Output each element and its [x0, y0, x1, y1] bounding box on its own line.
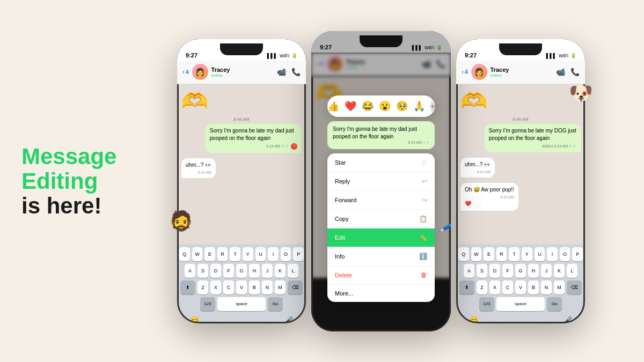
- video-icon[interactable]: 📹: [277, 68, 286, 76]
- key3-f[interactable]: F: [502, 264, 513, 278]
- key3-l[interactable]: L: [567, 264, 577, 278]
- key-s[interactable]: S: [197, 264, 208, 278]
- key3-r[interactable]: R: [496, 247, 507, 261]
- context-copy[interactable]: Copy 📋: [327, 210, 435, 228]
- key3-space[interactable]: space: [496, 297, 545, 311]
- reaction-wow[interactable]: 😮: [379, 100, 391, 112]
- key-q[interactable]: Q: [179, 247, 190, 261]
- key-n[interactable]: N: [262, 280, 273, 294]
- key-v[interactable]: V: [236, 280, 247, 294]
- key3-p[interactable]: P: [572, 247, 583, 261]
- key-k[interactable]: K: [275, 264, 286, 278]
- reaction-plus-button[interactable]: +: [430, 100, 435, 113]
- key3-shift[interactable]: ⬆: [459, 280, 474, 294]
- context-info-label: Info: [335, 253, 345, 260]
- key3-o[interactable]: O: [560, 247, 570, 261]
- key-z[interactable]: Z: [197, 280, 208, 294]
- phone3-msg-received1: uhm...? 👀 9:24 AM: [460, 158, 495, 178]
- key-l[interactable]: L: [288, 264, 298, 278]
- key-u[interactable]: U: [255, 247, 266, 261]
- phone3-contact-status: online: [491, 73, 553, 78]
- context-star[interactable]: Star ☆: [327, 153, 435, 172]
- phone2: 9:27 ▌▌▌ WiFi 🔋 ‹4 👩 Tracey online: [311, 31, 451, 331]
- key-t[interactable]: T: [230, 247, 240, 261]
- dog-sticker: 🐶: [569, 82, 593, 105]
- key3-h[interactable]: H: [528, 264, 539, 278]
- key-w[interactable]: W: [192, 247, 203, 261]
- context-edit[interactable]: Edit ✏️: [327, 228, 435, 247]
- key3-z[interactable]: Z: [477, 280, 487, 294]
- reaction-thumbs[interactable]: 👍: [327, 100, 339, 112]
- reaction-heart[interactable]: ❤️: [345, 100, 356, 112]
- reaction-pray[interactable]: 🙏: [413, 100, 425, 112]
- key3-c[interactable]: C: [502, 280, 513, 294]
- key3-go[interactable]: Go: [547, 297, 562, 311]
- phone1-sticker: 🫶: [181, 88, 302, 114]
- key-i[interactable]: I: [268, 247, 279, 261]
- key-space[interactable]: space: [217, 297, 266, 311]
- key-d[interactable]: D: [210, 264, 221, 278]
- key3-e[interactable]: E: [484, 247, 494, 261]
- mic-button[interactable]: 🎤: [284, 316, 293, 323]
- key-j[interactable]: J: [262, 264, 273, 278]
- key3-x[interactable]: X: [489, 280, 500, 294]
- mic-button3[interactable]: 🎤: [563, 316, 572, 323]
- key3-u[interactable]: U: [535, 247, 545, 261]
- context-forward[interactable]: Forward ↪: [327, 191, 435, 210]
- video-icon3[interactable]: 📹: [556, 68, 565, 76]
- emoji-button3[interactable]: 😊: [469, 316, 478, 323]
- key3-y[interactable]: Y: [522, 247, 532, 261]
- key-e[interactable]: E: [204, 247, 215, 261]
- key3-t[interactable]: T: [509, 247, 519, 261]
- key3-a[interactable]: A: [464, 264, 474, 278]
- key-g[interactable]: G: [236, 264, 247, 278]
- key-b[interactable]: B: [249, 280, 260, 294]
- phone3-heart-reaction: ❤️: [465, 200, 514, 208]
- context-delete[interactable]: Delete 🗑: [327, 266, 435, 285]
- key-y[interactable]: Y: [243, 247, 253, 261]
- key3-j[interactable]: J: [541, 264, 552, 278]
- key-r[interactable]: R: [217, 247, 228, 261]
- key3-n[interactable]: N: [541, 280, 552, 294]
- key-shift[interactable]: ⬆: [180, 280, 195, 294]
- key3-k[interactable]: K: [554, 264, 565, 278]
- key3-num[interactable]: 123: [479, 297, 494, 311]
- phone2-wrapper: 9:27 ▌▌▌ WiFi 🔋 ‹4 👩 Tracey online: [311, 31, 451, 331]
- call-icon3[interactable]: 📞: [570, 68, 580, 76]
- key-f[interactable]: F: [223, 264, 234, 278]
- key3-i[interactable]: I: [547, 247, 558, 261]
- key-m[interactable]: M: [275, 280, 286, 294]
- key-delete[interactable]: ⌫: [288, 280, 303, 294]
- key-h[interactable]: H: [249, 264, 260, 278]
- phone3-chat-header: ‹4 👩 Tracey online 📹 📞: [456, 61, 585, 84]
- key3-m[interactable]: M: [554, 280, 565, 294]
- key3-g[interactable]: G: [515, 264, 526, 278]
- context-reply-label: Reply: [335, 178, 350, 184]
- key3-d[interactable]: D: [489, 264, 500, 278]
- key-c[interactable]: C: [223, 280, 234, 294]
- reaction-laugh[interactable]: 😂: [362, 100, 374, 112]
- key3-w[interactable]: W: [471, 247, 482, 261]
- key3-q[interactable]: Q: [458, 247, 469, 261]
- key-x[interactable]: X: [210, 280, 221, 294]
- key3-v[interactable]: V: [515, 280, 526, 294]
- emoji-button[interactable]: 😊: [190, 316, 199, 323]
- reaction-cry[interactable]: 🥺: [396, 100, 408, 112]
- key-go[interactable]: Go: [268, 297, 283, 311]
- context-reply[interactable]: Reply ↩: [327, 172, 435, 191]
- key-p[interactable]: P: [293, 247, 304, 261]
- context-info[interactable]: Info ℹ️: [327, 247, 435, 266]
- key-num[interactable]: 123: [200, 297, 215, 311]
- phone3-back-button[interactable]: ‹4: [462, 68, 468, 76]
- context-msg-time: 9:24 AM ✓✓: [333, 141, 429, 145]
- info-icon: ℹ️: [419, 253, 427, 260]
- call-icon[interactable]: 📞: [291, 68, 301, 76]
- key3-b[interactable]: B: [528, 280, 539, 294]
- phone3-wrapper: 9:27 ▌▌▌ WiFi 🔋 ‹4 👩 Tracey onlin: [456, 39, 585, 323]
- key-a[interactable]: A: [185, 264, 195, 278]
- key3-s[interactable]: S: [477, 264, 487, 278]
- key-o[interactable]: O: [281, 247, 291, 261]
- key3-delete[interactable]: ⌫: [567, 280, 582, 294]
- context-more[interactable]: More...: [327, 285, 435, 302]
- phone1-back-button[interactable]: ‹4: [182, 68, 189, 76]
